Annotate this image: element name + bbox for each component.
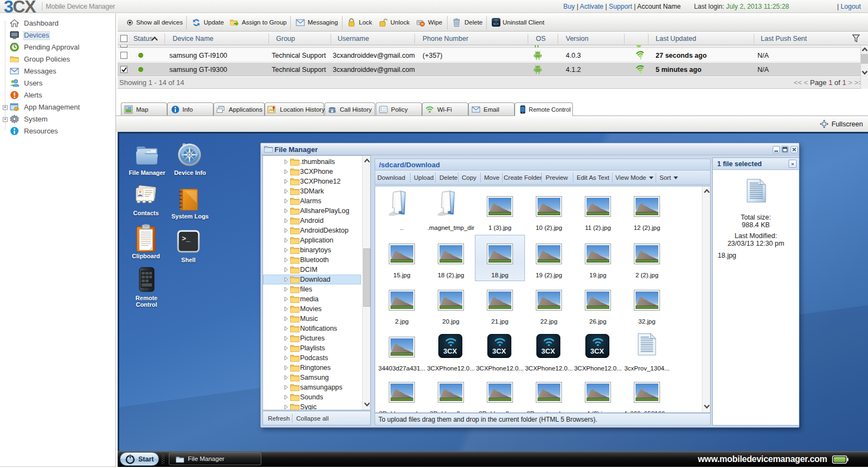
svg-text:3CX: 3CX [493, 22, 499, 26]
svg-text:3CX: 3CX [492, 347, 506, 355]
svg-text:3CX: 3CX [541, 347, 555, 355]
svg-text:3CX: 3CX [590, 347, 604, 355]
svg-text:3CX: 3CX [443, 347, 457, 355]
svg-text:>_: >_ [182, 235, 191, 243]
